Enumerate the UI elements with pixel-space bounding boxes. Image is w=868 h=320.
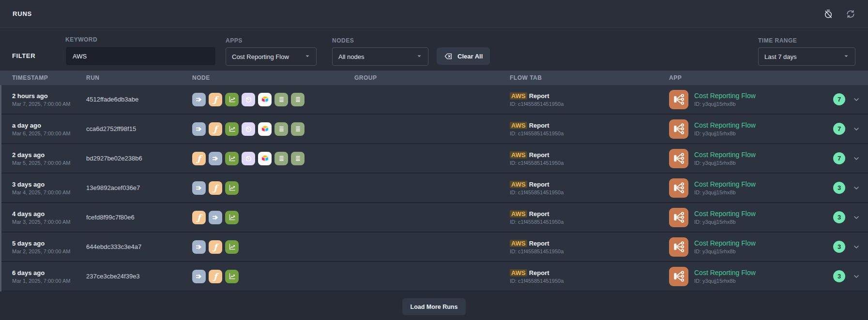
function-node-icon[interactable]: ƒ [209,270,222,283]
scroll-indicator [0,85,1,291]
flow-tab-id: ID: c1f455851451950a [510,101,669,107]
function-node-icon[interactable]: ƒ [192,152,206,165]
expand-chevron-icon[interactable] [853,96,860,103]
app-cell: Cost Reporting Flow ID: y3qujj15rhx8b [669,267,823,286]
airtable-node-icon[interactable] [258,122,272,136]
run-id: fcefd8f99c7f80e6 [86,214,135,221]
flow-tab-id: ID: c1f455851451950a [510,278,669,284]
run-row[interactable]: 6 days ago Mar 1, 2025, 7:00:00 AM 237ce… [0,262,868,291]
run-row[interactable]: 2 hours ago Mar 7, 2025, 7:00:00 AM 4512… [0,85,868,115]
chart-node-icon[interactable] [225,93,239,106]
keyword-field-group: KEYWORD [65,36,216,66]
lines-node-icon[interactable] [291,122,305,136]
run-datetime: Mar 3, 2025, 7:00:00 AM [12,219,86,225]
timer-node-icon[interactable] [242,93,255,106]
chart-node-icon[interactable] [225,122,239,136]
flow-app-icon [669,119,688,139]
function-node-icon[interactable]: ƒ [192,211,206,224]
apps-select[interactable]: Cost Reporting Flow [226,47,317,66]
arrow-node-icon[interactable] [192,122,206,136]
app-link[interactable]: Cost Reporting Flow [694,151,756,159]
expand-chevron-icon[interactable] [853,243,860,251]
app-cell: Cost Reporting Flow ID: y3qujj15rhx8b [669,178,823,198]
column-header-timestamp: TIMESTAMP [12,74,86,81]
page-title: RUNS [13,10,32,17]
flow-app-icon [669,208,688,227]
lines-node-icon[interactable] [274,152,288,165]
run-cell: 13e9892acef036e7 [86,184,192,191]
column-header-group: GROUP [354,74,510,81]
load-more-runs-button[interactable]: Load More Runs [402,298,466,315]
flow-tab-keyword-highlight: AWS [510,269,527,276]
function-node-icon[interactable]: ƒ [209,240,222,254]
app-link[interactable]: Cost Reporting Flow [694,269,756,276]
run-cell: 237ce3cbe24f39e3 [86,273,192,280]
auto-refresh-off-icon[interactable] [823,9,833,19]
app-link[interactable]: Cost Reporting Flow [694,92,756,100]
expand-chevron-icon[interactable] [853,155,860,162]
expand-chevron-icon[interactable] [853,125,860,133]
timestamp-cell: 5 days ago Mar 2, 2025, 7:00:00 AM [12,240,86,254]
chevron-down-icon [416,53,422,60]
arrow-node-icon[interactable] [192,93,206,106]
timer-node-icon[interactable] [242,152,255,165]
lines-node-icon[interactable] [291,93,305,106]
nodes-select[interactable]: All nodes [332,47,428,66]
clear-all-button[interactable]: Clear All [437,47,490,65]
column-header-node: NODE [192,74,354,81]
chart-node-icon[interactable] [225,181,239,195]
airtable-node-icon[interactable] [258,152,272,165]
expand-chevron-icon[interactable] [853,273,860,280]
lines-node-icon[interactable] [291,152,305,165]
chart-node-icon[interactable] [225,240,239,254]
chart-node-icon[interactable] [225,152,239,165]
run-relative-time: 2 days ago [12,151,86,159]
chart-node-icon[interactable] [225,270,239,283]
arrow-node-icon[interactable] [209,152,222,165]
run-row[interactable]: 5 days ago Mar 2, 2025, 7:00:00 AM 644eb… [0,233,868,262]
app-cell: Cost Reporting Flow ID: y3qujj15rhx8b [669,208,823,227]
app-id: ID: y3qujj15rhx8b [694,248,756,254]
apps-label: APPS [226,37,317,44]
run-relative-time: 3 days ago [12,181,86,188]
run-row[interactable]: 4 days ago Mar 3, 2025, 7:00:00 AM fcefd… [0,203,868,233]
airtable-node-icon[interactable] [258,93,272,106]
timer-node-icon[interactable] [242,122,255,136]
arrow-node-icon[interactable] [192,270,206,283]
run-row[interactable]: 3 days ago Mar 4, 2025, 7:00:00 AM 13e98… [0,174,868,203]
flow-tab-keyword-highlight: AWS [510,240,527,247]
run-row[interactable]: a day ago Mar 6, 2025, 7:00:00 AM cca6d2… [0,115,868,144]
nodes-field-group: NODES All nodes [332,37,428,66]
chart-node-icon[interactable] [225,211,239,224]
flow-tab-id: ID: c1f455851451950a [510,160,669,166]
function-node-icon[interactable]: ƒ [209,122,222,136]
function-node-icon[interactable]: ƒ [209,181,222,195]
time-range-select[interactable]: Last 7 days [758,47,855,66]
arrow-node-icon[interactable] [209,211,222,224]
keyword-input[interactable] [65,46,216,66]
column-header-flow-tab: FLOW TAB [510,74,669,81]
row-actions: 7 [823,152,868,164]
function-node-icon[interactable]: ƒ [209,93,222,106]
arrow-node-icon[interactable] [192,240,206,254]
run-cell: cca6d2752ff98f15 [86,125,192,132]
expand-chevron-icon[interactable] [853,214,860,221]
run-cell: bd2927be02e238b6 [86,155,192,162]
table-footer: Load More Runs [0,291,868,320]
run-row[interactable]: 2 days ago Mar 5, 2025, 7:00:00 AM bd292… [0,144,868,174]
expand-chevron-icon[interactable] [853,184,860,192]
app-link[interactable]: Cost Reporting Flow [694,180,756,188]
app-link[interactable]: Cost Reporting Flow [694,121,756,129]
lines-node-icon[interactable] [274,122,288,136]
run-datetime: Mar 5, 2025, 7:00:00 AM [12,160,86,166]
run-datetime: Mar 4, 2025, 7:00:00 AM [12,189,86,195]
flow-tab-name: Report [529,92,549,100]
refresh-icon[interactable] [846,9,855,19]
arrow-node-icon[interactable] [192,181,206,195]
flow-app-icon [669,267,688,286]
lines-node-icon[interactable] [274,93,288,106]
flow-tab-cell: AWS Report ID: c1f455851451950a [510,122,669,136]
app-link[interactable]: Cost Reporting Flow [694,210,756,218]
app-link[interactable]: Cost Reporting Flow [694,239,756,247]
node-count-badge: 7 [833,123,845,135]
